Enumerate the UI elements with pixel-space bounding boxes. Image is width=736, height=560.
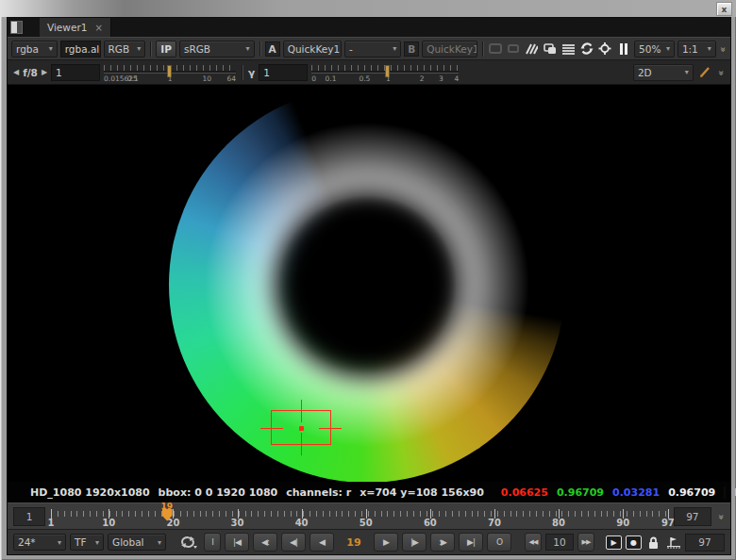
display-channels-select[interactable]: RGB <box>104 41 146 58</box>
goto-start-button[interactable]: |◀ <box>225 533 249 552</box>
play-forward-button[interactable]: ▶ <box>374 533 398 552</box>
slider-tick-label: 0.1 <box>127 74 139 83</box>
stacked-lines-icon[interactable] <box>560 41 576 57</box>
range-end-field[interactable]: 97 <box>674 507 711 526</box>
mark-in-button[interactable]: I <box>204 533 221 552</box>
frame-increment-field[interactable]: 10 <box>545 534 574 551</box>
step-back-button[interactable]: ◀| <box>281 533 306 552</box>
refresh-icon[interactable] <box>579 41 594 57</box>
red-value: 0.06625 <box>501 486 548 499</box>
sample-tick-right <box>319 428 342 429</box>
divider <box>150 41 151 57</box>
slider-tick-label: 1 <box>168 74 173 83</box>
fps-select[interactable]: 24* <box>13 534 66 551</box>
input-a-select[interactable]: QuickKey1▾ <box>283 41 342 58</box>
lock-icon[interactable] <box>645 535 661 550</box>
frame-ruler[interactable]: 110203040506070809097 19 <box>51 503 668 530</box>
gain-slider[interactable]: 0.0156250.111064 <box>104 62 236 83</box>
range-o-button[interactable]: O <box>487 533 511 552</box>
overlap-windows-icon[interactable] <box>543 41 558 57</box>
fstop-next-icon[interactable]: ▶ <box>42 68 47 76</box>
chevrons-icon[interactable]: » <box>715 70 726 74</box>
slider-tick-label: 10 <box>202 74 211 83</box>
ruler-frame-label: 97 <box>661 518 675 528</box>
slider-tick-label: 64 <box>226 74 236 83</box>
decrement-button[interactable]: ◀◀ <box>525 533 542 552</box>
window-close-button[interactable]: x <box>716 2 732 16</box>
format-label: HD_1080 1920x1080 <box>30 486 150 499</box>
fstop-prev-icon[interactable]: ◀ <box>13 68 19 76</box>
divider <box>242 65 243 80</box>
gamma-symbol: γ <box>248 67 255 78</box>
gamma-slider[interactable]: 00.10.51234 <box>311 62 459 83</box>
viewer-canvas[interactable] <box>8 85 730 482</box>
blue-value: 0.03281 <box>612 486 660 499</box>
tab-close-icon[interactable]: × <box>94 23 102 33</box>
tf-select[interactable]: TF <box>70 534 104 551</box>
fast-forward-icon: ▶▶ <box>582 538 591 546</box>
goto-end-button[interactable]: ▶| <box>459 533 483 552</box>
view-mode-select[interactable]: 2D <box>633 64 694 81</box>
sample-tick-top <box>301 400 302 422</box>
prev-keyframe-button[interactable]: ◀: <box>253 533 277 552</box>
ruler-frame-label: 1 <box>48 518 55 528</box>
fstop-label: f/8 <box>23 67 38 78</box>
play-box-icon[interactable]: ▶ <box>606 535 622 550</box>
monitor-icon[interactable] <box>488 41 503 57</box>
transport-bar: 24* TF Global I |◀◀:◀|◀ 19 ▶|▶:▶▶|O ◀◀ 1… <box>8 529 730 554</box>
sample-tick-bottom <box>301 433 302 455</box>
divider <box>259 41 260 57</box>
ruler-minor-ticks <box>51 511 668 517</box>
chevrons-icon[interactable]: » <box>717 46 728 50</box>
window-title-bar[interactable] <box>0 0 736 17</box>
green-value: 0.96709 <box>557 486 604 499</box>
blend-mode-select[interactable]: - <box>344 41 401 58</box>
increment-button[interactable]: ▶▶ <box>577 533 594 552</box>
layer-select[interactable]: rgba <box>11 41 58 58</box>
pixel-sample-box[interactable] <box>271 410 331 445</box>
colorwheel-hole <box>275 192 460 377</box>
gamma-input[interactable]: 1 <box>259 64 308 81</box>
bbox-label: bbox: 0 0 1920 1080 <box>159 486 278 499</box>
next-keyframe-button[interactable]: :▶ <box>430 533 455 552</box>
chevrons-icon[interactable]: » <box>715 514 726 518</box>
channels-label: channels: r <box>286 486 351 499</box>
divider <box>482 41 483 57</box>
pause-icon[interactable] <box>616 41 631 57</box>
range-start-field[interactable]: 1 <box>13 507 45 526</box>
viewer-panel: Viewer1 × rgba rgba.alp RGB IP sRGB A Qu… <box>7 17 731 555</box>
step-forward-button[interactable]: |▶ <box>402 533 427 552</box>
input-a-label: A <box>265 41 280 57</box>
viewer-toolbar: rgba rgba.alp RGB IP sRGB A QuickKey1▾ -… <box>8 37 730 60</box>
flag-marker-icon[interactable] <box>665 535 681 550</box>
current-frame-field[interactable]: 19 <box>338 536 370 549</box>
status-bar: HD_1080 1920x1080 bbox: 0 0 1920 1080 ch… <box>8 482 730 502</box>
floating-window: x Viewer1 × rgba rgba.alp RGB IP sRGB A … <box>0 0 736 560</box>
tab-bar: Viewer1 × <box>8 18 730 37</box>
alpha-value: 0.96709 <box>668 486 715 499</box>
pencil-icon[interactable] <box>697 65 713 80</box>
record-box-icon[interactable]: ● <box>626 535 642 550</box>
zoom-select[interactable]: 50% <box>634 41 675 58</box>
target-icon[interactable] <box>597 41 612 57</box>
diagonal-stripes-icon[interactable] <box>524 41 539 57</box>
viewer-process-select[interactable]: sRGB <box>179 41 255 58</box>
ruler-frame-label: 40 <box>295 518 309 528</box>
small-monitor-icon[interactable] <box>506 41 521 57</box>
tab-viewer1[interactable]: Viewer1 × <box>40 18 111 37</box>
input-process-button[interactable]: IP <box>156 41 176 58</box>
pane-layout-icon[interactable] <box>10 21 23 34</box>
end-frame-field[interactable]: 97 <box>685 534 725 552</box>
cursor-pos-label: x=704 y=108 156x90 <box>360 486 484 499</box>
sample-center-dot <box>299 426 304 431</box>
ruler-frame-label: 70 <box>488 518 501 528</box>
loop-icon[interactable] <box>177 535 200 550</box>
play-backward-button[interactable]: ◀ <box>309 533 334 552</box>
gain-input[interactable]: 1 <box>51 64 100 81</box>
alpha-layer-field[interactable]: rgba.alp <box>60 41 101 58</box>
input-b-select[interactable]: QuickKey1 <box>422 41 477 58</box>
exposure-gamma-bar: ◀ f/8 ▶ 1 0.0156250.111064 γ 1 00.10.512… <box>8 60 730 85</box>
range-mode-select[interactable]: Global <box>108 534 166 551</box>
pixel-aspect-select[interactable]: 1:1 <box>677 41 716 58</box>
ruler-frame-label: 10 <box>102 518 115 528</box>
